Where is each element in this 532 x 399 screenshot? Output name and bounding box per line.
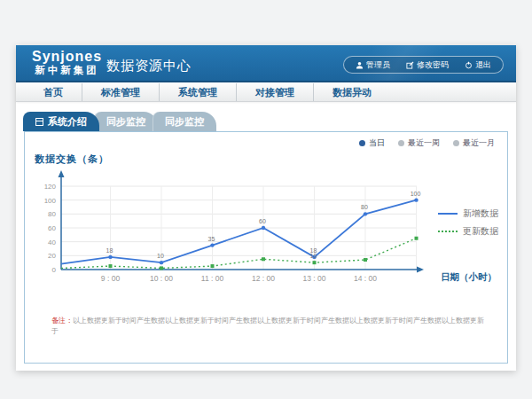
data-point [211,264,215,268]
y-tick-label: 0 [52,266,57,274]
y-tick-label: 40 [48,239,56,246]
data-point [262,226,265,230]
app-window: Synjones 新中新集团 数据资源中心 管理员 修改密码 [16,45,516,371]
green-dotted-swatch [438,231,458,232]
x-axis-arrow [417,267,424,273]
point-label: 18 [106,247,113,254]
legend-label: 更新数据 [463,225,498,238]
data-point [108,255,112,259]
nav-item-interface-mgmt[interactable]: 对接管理 [236,83,313,101]
nav-item-system-mgmt[interactable]: 系统管理 [159,83,236,101]
radio-dot [453,140,459,146]
footnote-text: 以上数据更新于时间产生数据以上数据更新于时间产生数据以上数据更新于时间产生数据以… [51,317,484,335]
time-range-filter: 当日 最近一周 最近一月 [359,137,495,149]
series-line [61,239,417,269]
change-password-button[interactable]: 修改密码 [398,58,457,72]
data-point [364,258,367,262]
logout-button[interactable]: 退出 [457,58,499,72]
user-button[interactable]: 管理员 [348,58,398,72]
chart-panel: 0204060801001209 : 0010 : 0011 : 0012 : … [24,131,508,364]
blue-line-swatch [438,213,458,215]
data-point [160,266,163,270]
footnote-label: 备注： [51,317,73,325]
nav-item-home[interactable]: 首页 [25,83,82,101]
point-label: 10 [310,253,317,259]
tab-bar: 系统介绍 同步监控 同步监控 [23,112,516,131]
tab-sync-monitor-1[interactable]: 同步监控 [94,112,158,131]
radio-dot [359,140,365,146]
data-point [160,261,163,264]
radio-label: 当日 [369,137,385,149]
radio-label: 最近一月 [463,137,495,149]
point-label: 35 [208,236,215,242]
y-tick-label: 20 [48,252,56,260]
point-label: 60 [259,218,266,224]
y-tick-label: 120 [44,183,57,191]
point-label: 80 [361,204,368,210]
logo-text-en: Synjones [32,49,102,64]
data-point [109,264,113,268]
change-password-label: 修改密码 [417,59,449,71]
y-axis-arrow [59,170,65,177]
power-icon [465,61,473,69]
y-tick-label: 100 [44,197,57,205]
radio-today[interactable]: 当日 [359,137,385,149]
tab-sync-monitor-2[interactable]: 同步监控 [153,112,216,131]
user-icon [356,61,364,69]
logout-label: 退出 [475,59,491,71]
radio-dot [398,140,404,146]
edit-icon [406,61,414,69]
x-tick-label: 14 : 00 [354,274,377,283]
y-tick-label: 60 [48,224,56,232]
x-tick-label: 9 : 00 [101,274,121,283]
x-tick-label: 13 : 00 [303,274,326,283]
x-tick-label: 10 : 00 [150,274,173,283]
legend-item-updated-data[interactable]: 更新数据 [438,223,498,240]
point-label: 10 [157,253,164,259]
logo: Synjones 新中新集团 [32,49,102,76]
data-point [210,243,214,246]
data-point [262,257,265,261]
legend-item-new-data[interactable]: 新增数据 [438,205,498,223]
legend-label: 新增数据 [463,207,498,220]
tab-system-intro[interactable]: 系统介绍 [23,112,99,131]
tab-label: 系统介绍 [48,112,87,131]
data-point [414,198,418,201]
x-tick-label: 12 : 00 [252,274,275,283]
footnote: 备注：以上数据更新于时间产生数据以上数据更新于时间产生数据以上数据更新于时间产生… [51,316,486,337]
tab-label: 同步监控 [106,112,145,131]
tab-label: 同步监控 [165,112,204,131]
window-icon [35,118,43,126]
radio-last-week[interactable]: 最近一周 [398,137,440,149]
radio-label: 最近一周 [408,137,440,149]
x-tick-label: 11 : 00 [201,274,224,283]
logo-text-cn: 新中新集团 [32,64,102,76]
point-label: 100 [411,191,421,197]
page: Synjones 新中新集团 数据资源中心 管理员 修改密码 [0,0,532,399]
nav-item-standard-mgmt[interactable]: 标准管理 [82,83,159,101]
data-point [415,237,419,240]
user-button-label: 管理员 [366,59,390,71]
chart-legend: 新增数据 更新数据 [438,205,498,240]
x-axis-title: 日期（小时） [441,271,497,284]
app-header: Synjones 新中新集团 数据资源中心 管理员 修改密码 [16,45,516,82]
nav-item-data-change[interactable]: 数据异动 [313,83,390,101]
page-title: 数据资源中心 [106,45,192,82]
data-point [364,212,367,215]
data-point [313,261,317,264]
y-axis-title: 数据交换（条） [35,153,109,166]
header-actions: 管理员 修改密码 退出 [343,56,504,74]
main-nav: 首页 标准管理 系统管理 对接管理 数据异动 [16,82,516,102]
y-tick-label: 80 [48,210,56,218]
radio-last-month[interactable]: 最近一月 [453,137,495,149]
